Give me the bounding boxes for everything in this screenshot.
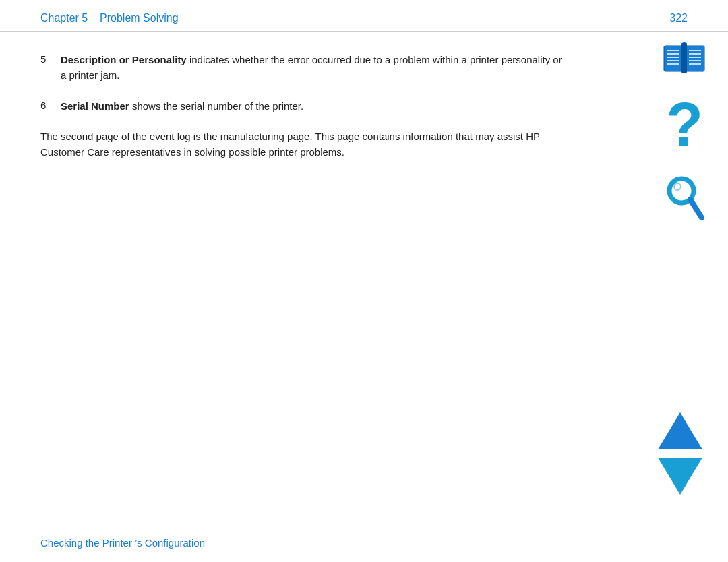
- item-number-5: 5: [40, 52, 61, 84]
- chapter-label: Chapter 5: [40, 12, 88, 24]
- up-arrow-button[interactable]: [658, 412, 702, 449]
- sidebar-icons: ?: [661, 40, 708, 222]
- item-number-6: 6: [40, 98, 61, 114]
- down-arrow-button[interactable]: [658, 458, 702, 495]
- page-header: Chapter 5 Problem Solving 322: [0, 0, 728, 32]
- page-number: 322: [669, 12, 688, 24]
- footer-text-1: Checking the Printer: [40, 537, 132, 549]
- chapter-name: Problem Solving: [100, 12, 179, 24]
- page-footer: Checking the Printer ’s Configuration: [40, 530, 647, 549]
- item-text-6: Serial Number shows the serial number of…: [61, 98, 303, 114]
- header-chapter-title: Chapter 5 Problem Solving: [40, 12, 179, 24]
- navigation-arrows[interactable]: [658, 412, 702, 495]
- svg-text:?: ?: [666, 100, 703, 154]
- svg-rect-2: [681, 44, 687, 73]
- main-content: 5 Description or Personality indicates w…: [0, 32, 607, 195]
- item-term-5: Description or Personality: [61, 54, 187, 65]
- svg-point-16: [674, 183, 681, 190]
- question-mark-icon[interactable]: ?: [664, 101, 704, 152]
- item-desc-6: shows the serial number of the printer.: [132, 100, 303, 112]
- item-text-5: Description or Personality indicates whe…: [61, 52, 566, 84]
- svg-line-15: [690, 199, 702, 218]
- svg-rect-1: [686, 46, 704, 71]
- list-item-5: 5 Description or Personality indicates w…: [40, 52, 566, 84]
- main-paragraph: The second page of the event log is the …: [40, 129, 566, 160]
- magnifier-icon[interactable]: [663, 172, 706, 222]
- item-term-6: Serial Number: [61, 100, 129, 112]
- footer-text-2: ’s Configuration: [135, 537, 205, 549]
- footer-link[interactable]: Checking the Printer ’s Configuration: [40, 537, 205, 549]
- list-item-6: 6 Serial Number shows the serial number …: [40, 98, 566, 114]
- svg-rect-0: [664, 46, 683, 71]
- book-icon[interactable]: [661, 40, 708, 81]
